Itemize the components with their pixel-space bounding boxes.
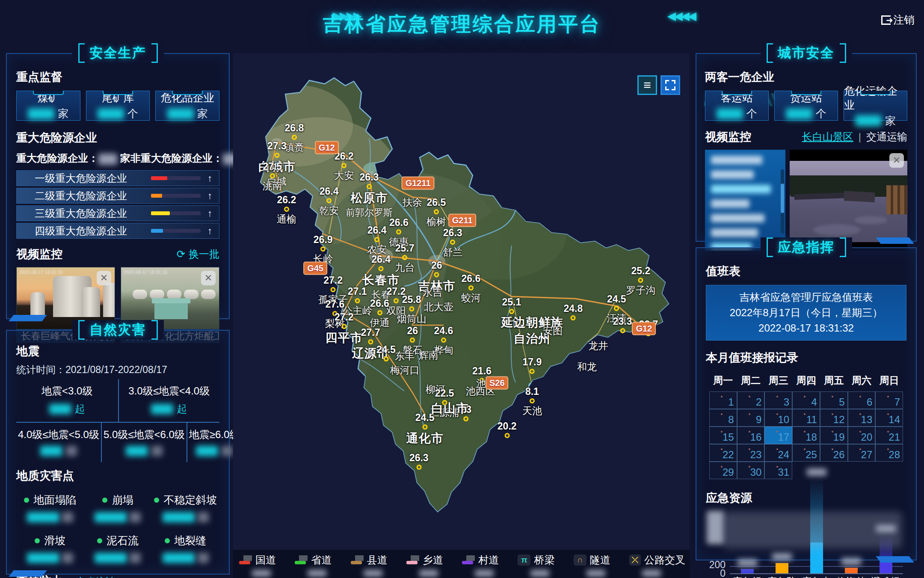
video-source-links: 长白山景区 | 交通运输 bbox=[802, 130, 907, 144]
calendar-day-12[interactable]: 12 bbox=[820, 409, 848, 427]
bracket-left-icon bbox=[767, 237, 773, 257]
weekday-label: 周一 bbox=[709, 374, 737, 387]
earthquake-cell-1: 3.0级≤地震<4.0级起 bbox=[118, 379, 220, 422]
legend-item-省道[interactable]: 省道 bbox=[295, 553, 350, 578]
geo-hazard-label: 泥石流 bbox=[107, 534, 139, 548]
camera-list-scrollbar[interactable] bbox=[781, 169, 784, 234]
supervision-unit: 家 bbox=[197, 107, 208, 121]
blurred-value bbox=[62, 512, 73, 522]
calendar-day-7[interactable]: 7 bbox=[875, 391, 903, 409]
supervision-value-row: 家 bbox=[28, 107, 68, 121]
city-label: 货运站 bbox=[790, 91, 822, 105]
calendar-dot-icon bbox=[776, 396, 778, 397]
geo-hazard-label-row: 不稳定斜坡 bbox=[152, 493, 219, 507]
green-dot-icon bbox=[102, 498, 107, 503]
hazard-level-row-4: 四级重大危险源企业↑ bbox=[16, 223, 219, 239]
calendar-day-19[interactable]: 19 bbox=[820, 427, 848, 444]
calendar-day-number: 23 bbox=[750, 449, 762, 461]
calendar-day-number: 8 bbox=[728, 414, 734, 426]
refresh-batch-button[interactable]: ⟳ 换一批 bbox=[177, 247, 219, 261]
legend-item-国道[interactable]: 国道 bbox=[239, 553, 295, 578]
forest-fire-subtitle: （全省统计） bbox=[66, 575, 125, 578]
legend-item-乡道[interactable]: 乡道 bbox=[406, 553, 462, 578]
duty-line3: 2022-08-17 18:31:32 bbox=[709, 320, 903, 336]
swatch-backing bbox=[355, 555, 364, 561]
calendar-day-2[interactable]: 2 bbox=[737, 391, 765, 409]
calendar-day-30[interactable]: 30 bbox=[737, 462, 765, 479]
bracket-right-icon bbox=[840, 237, 846, 257]
logout-button[interactable]: 注销 bbox=[881, 13, 915, 27]
map-fullscreen-button[interactable] bbox=[660, 75, 680, 95]
swatch-backing bbox=[411, 555, 419, 561]
hazard-level-label: 三级重大危险源企业 bbox=[35, 207, 151, 220]
province-map[interactable]: ≡ 26.8镇赉27.3白城市白城27.5洮南26.2通榆26.2大安26.4乾… bbox=[233, 53, 690, 578]
weekday-label: 周二 bbox=[737, 374, 765, 387]
calendar-day-24[interactable]: 24 bbox=[764, 444, 792, 462]
legend-item-隧道[interactable]: ∩隧道 bbox=[574, 553, 629, 578]
calendar-day-11[interactable]: 11 bbox=[792, 409, 820, 427]
bracket-left-icon bbox=[767, 43, 773, 63]
calendar-day-16[interactable]: 16 bbox=[737, 427, 765, 444]
link-changbaishan[interactable]: 长白山景区 bbox=[802, 130, 853, 144]
camera-player[interactable]: ✕ bbox=[790, 150, 907, 251]
geo-hazard-label-row: 地裂缝 bbox=[152, 534, 219, 548]
calendar-day-5[interactable]: 5 bbox=[820, 391, 848, 409]
calendar-day-14[interactable]: 14 bbox=[875, 409, 903, 427]
calendar-day-10[interactable]: 10 bbox=[764, 409, 792, 427]
calendar-day-6[interactable]: 6 bbox=[848, 391, 876, 409]
calendar-day-21[interactable]: 21 bbox=[875, 427, 903, 444]
legend-label: 村道 bbox=[478, 553, 499, 567]
calendar-day-13[interactable]: 13 bbox=[848, 409, 876, 427]
panel-corner-decoration bbox=[876, 237, 914, 244]
calendar-day-number: 1 bbox=[728, 396, 734, 408]
calendar-day-number: 17 bbox=[778, 431, 789, 443]
duty-roster-card[interactable]: 吉林省应急管理厅应急值班表 2022年8月17日（今日，星期三） 2022-08… bbox=[706, 285, 906, 341]
geo-hazard-item-4: 泥石流 bbox=[84, 534, 151, 563]
calendar-day-29[interactable]: 29 bbox=[709, 462, 737, 479]
map-layers-button[interactable]: ≡ bbox=[637, 75, 657, 95]
calendar-day-22[interactable]: 22 bbox=[709, 444, 737, 462]
legend-label: 县道 bbox=[367, 553, 388, 567]
calendar-day-25[interactable]: 25 bbox=[792, 444, 820, 462]
calendar-day-3[interactable]: 3 bbox=[764, 391, 792, 409]
calendar-day-28[interactable]: 28 bbox=[875, 444, 903, 462]
legend-item-县道[interactable]: 县道 bbox=[351, 553, 406, 578]
calendar-day-9[interactable]: 9 bbox=[737, 409, 765, 427]
chart-bar-fill bbox=[845, 568, 858, 573]
legend-label: 公路交叉 bbox=[644, 553, 685, 567]
camera-list[interactable] bbox=[705, 150, 785, 251]
legend-item-公路交叉[interactable]: ⤫公路交叉 bbox=[629, 553, 685, 578]
supervision-unit: 个 bbox=[127, 107, 138, 121]
calendar-day-26[interactable]: 26 bbox=[820, 444, 848, 462]
calendar-day-8[interactable]: 8 bbox=[709, 409, 737, 427]
link-transport[interactable]: 交通运输 bbox=[866, 130, 907, 144]
supervision-value-row: 家 bbox=[167, 107, 208, 121]
tunnel-icon: ∩ bbox=[574, 554, 586, 566]
calendar-day-4[interactable]: 4 bbox=[792, 391, 820, 409]
国道-line-swatch bbox=[239, 561, 250, 564]
calendar-day-number: 19 bbox=[833, 431, 845, 443]
close-icon[interactable]: ✕ bbox=[201, 271, 216, 285]
weekday-label: 周五 bbox=[820, 374, 848, 387]
calendar-day-1[interactable]: 1 bbox=[709, 391, 737, 409]
legend-item-桥梁[interactable]: π桥梁 bbox=[518, 553, 573, 578]
calendar-day-27[interactable]: 27 bbox=[848, 444, 876, 462]
geo-hazard-label-row: 地面塌陷 bbox=[16, 493, 84, 507]
close-icon[interactable]: ✕ bbox=[97, 271, 111, 285]
legend-count bbox=[475, 569, 518, 577]
road-shield-G211: G211 bbox=[448, 214, 477, 227]
x-axis-line bbox=[730, 573, 903, 574]
calendar-day-15[interactable]: 15 bbox=[709, 427, 737, 444]
calendar-day-20[interactable]: 20 bbox=[848, 427, 876, 444]
panel-safety-title: 安全生产 bbox=[72, 43, 164, 63]
blurred-value bbox=[308, 570, 326, 577]
chart-category-label: 物资储备库 bbox=[834, 576, 868, 578]
legend-label: 乡道 bbox=[423, 553, 443, 567]
calendar-day-31[interactable]: 31 bbox=[764, 462, 792, 479]
calendar-day-17[interactable]: 17 bbox=[764, 427, 792, 444]
calendar-day-18[interactable]: 18 bbox=[792, 427, 820, 444]
close-icon[interactable]: ✕ bbox=[889, 153, 904, 168]
legend-item-村道[interactable]: 村道 bbox=[462, 553, 518, 578]
geo-hazard-item-0: 地面塌陷 bbox=[16, 493, 84, 522]
calendar-day-23[interactable]: 23 bbox=[737, 444, 765, 462]
